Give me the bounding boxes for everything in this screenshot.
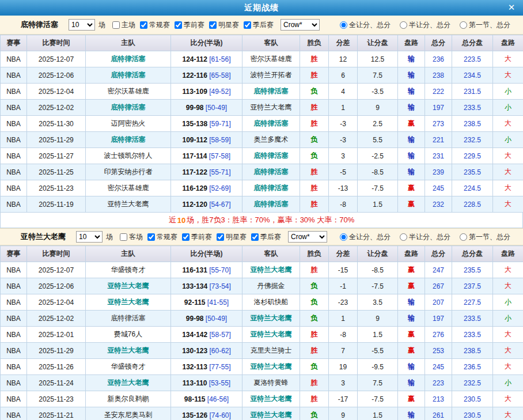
checkbox-0[interactable] [112,21,120,29]
titlebar: 近期战绩 ✕ [0,0,523,16]
bookmaker-select[interactable]: Crow* [281,19,320,31]
checkbox-1[interactable] [140,21,147,29]
cell-home-team: 底特律活塞 [86,67,171,84]
radio-0[interactable] [340,21,347,29]
cell-total: 231 [425,148,452,164]
cell-over-under: 大 [493,327,523,343]
game-type-filters: 客场常规赛季前赛明星赛季后赛 [120,232,281,242]
cell-score: 134-142 [58-57] [171,327,242,343]
filter-checkbox-3[interactable]: 明星赛 [217,232,247,242]
cell-handicap: -7.5 [358,278,398,294]
cell-over-under: 大 [493,343,523,359]
radio-label: 第一节、总分 [469,232,510,242]
games-count-select[interactable]: 10 [76,231,103,243]
checkbox-2[interactable] [175,21,182,29]
column-header-10: 总分盘 [452,246,493,262]
cell-total-line: 233.5 [452,327,493,343]
half-score-text: [55-70] [209,266,230,274]
cell-result: 胜 [300,327,329,343]
filter-radio-0[interactable]: 全让分、总分 [340,232,391,242]
cell-score: 130-123 [60-62] [171,343,242,359]
filter-checkbox-4[interactable]: 季后赛 [244,20,274,30]
radio-2[interactable] [460,21,467,29]
away-team-filter-bar: 亚特兰大老鹰 10 场 客场常规赛季前赛明星赛季后赛 Crow* 全让分、总分半… [0,228,523,245]
checkbox-4[interactable] [251,233,259,241]
checkbox-3[interactable] [209,21,217,29]
filter-checkbox-0[interactable]: 客场 [120,232,143,242]
games-count-select[interactable]: 10 [69,19,95,31]
filter-checkbox-1[interactable]: 常规赛 [140,20,170,30]
table-row: NBA2025-11-29底特律活塞109-112 [58-59]奥兰多魔术负-… [1,132,523,148]
radio-0[interactable] [340,233,347,241]
filter-checkbox-4[interactable]: 季后赛 [251,232,281,242]
radio-1[interactable] [400,21,407,29]
cell-league: NBA [1,51,27,67]
cell-over-under: 大 [493,164,523,180]
cell-result: 胜 [300,100,329,116]
cell-away-team: 奥兰多魔术 [242,132,300,148]
table-row: NBA2025-12-04亚特兰大老鹰92-115 [41-55]洛杉矶快船负-… [1,294,523,311]
cell-date: 2025-11-25 [27,164,86,180]
bookmaker-select[interactable]: Crow* [288,231,327,243]
half-score-text: [41-55] [207,298,229,307]
column-header-1: 比赛时间 [27,246,86,262]
radio-2[interactable] [460,233,467,241]
filter-radio-1[interactable]: 半让分、总分 [400,20,450,30]
column-header-2: 主队 [86,35,171,51]
cell-league: NBA [1,391,27,407]
cell-home-team: 亚特兰大老鹰 [86,375,171,391]
cell-date: 2025-12-01 [27,327,86,343]
column-header-5: 胜负 [300,35,329,51]
cell-handicap-result: 输 [398,359,425,375]
column-header-8: 盘路 [398,35,425,51]
cell-diff: -23 [329,294,358,311]
cell-total-line: 237.5 [452,278,493,294]
cell-score: 117-122 [55-71] [171,164,242,180]
checkbox-2[interactable] [182,233,190,241]
cell-over-under: 小 [493,294,523,311]
cell-home-team: 圣安东尼奥马刺 [86,407,171,420]
cell-date: 2025-11-27 [27,148,86,164]
radio-label: 全让分、总分 [349,20,391,30]
score-text: 117-122 [182,168,207,176]
cell-handicap: 7.5 [358,67,398,84]
filter-checkbox-2[interactable]: 季前赛 [175,20,204,30]
filter-radio-2[interactable]: 第一节、总分 [460,232,510,242]
score-text: 117-114 [183,152,207,160]
filter-checkbox-2[interactable]: 季前赛 [182,232,212,242]
column-header-7: 让分盘 [358,35,398,51]
half-score-text: [60-62] [210,347,231,355]
half-score-text: [65-58] [209,71,230,80]
filter-radio-2[interactable]: 第一节、总分 [460,20,510,30]
filter-radio-1[interactable]: 半让分、总分 [400,232,450,242]
checkbox-0[interactable] [120,233,127,241]
cell-result: 胜 [300,164,329,180]
cell-score: 122-116 [65-58] [171,67,242,84]
filter-checkbox-3[interactable]: 明星赛 [209,20,239,30]
column-header-2: 主队 [86,246,171,262]
filter-checkbox-0[interactable]: 主场 [112,20,135,30]
cell-league: NBA [1,67,27,84]
table-row: NBA2025-12-07华盛顿奇才116-131 [55-70]亚特兰大老鹰胜… [1,262,523,278]
column-header-9: 总分 [425,246,452,262]
filter-checkbox-1[interactable]: 常规赛 [147,232,177,242]
filter-radio-0[interactable]: 全让分、总分 [340,20,391,30]
cell-score: 92-115 [41-55] [171,294,242,311]
checkbox-3[interactable] [217,233,224,241]
checkbox-label: 主场 [122,20,135,30]
radio-1[interactable] [400,233,407,241]
cell-total: 222 [425,84,452,100]
checkbox-1[interactable] [147,233,155,241]
cell-score: 117-114 [57-58] [171,148,242,164]
checkbox-4[interactable] [244,21,251,29]
cell-handicap: 12.5 [358,51,398,67]
summary-prefix: 近 [169,215,176,225]
cell-over-under: 小 [493,311,523,327]
summary-stats: 场，胜7负3：胜率：70%，赢率：30% 大率：70% [187,215,354,225]
close-icon[interactable]: ✕ [506,2,517,13]
cell-away-team: 亚特兰大老鹰 [242,311,300,327]
score-text: 130-123 [182,347,207,355]
column-header-4: 客队 [242,246,300,262]
cell-home-team: 华盛顿奇才 [86,359,171,375]
cell-league: NBA [1,359,27,375]
